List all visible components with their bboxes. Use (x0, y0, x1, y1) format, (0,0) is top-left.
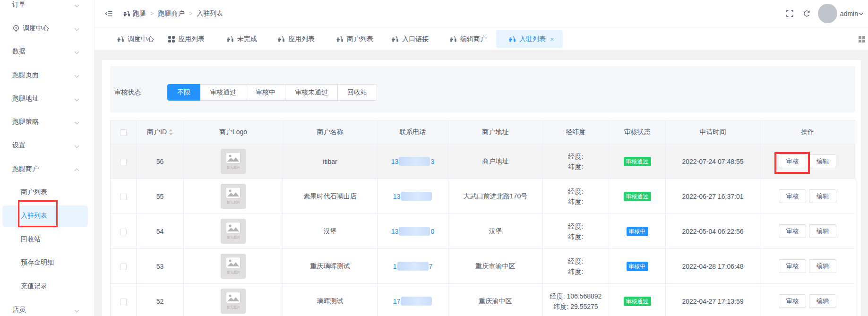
sidebar-item-label: 跑腿页面 (12, 71, 39, 79)
sidebar-item-label: 调度中心 (23, 24, 49, 33)
action-编辑-button[interactable]: 编辑 (809, 224, 836, 238)
sidebar-item-跑腿策略[interactable]: 跑腿策略 (0, 110, 94, 134)
sidebar-item-跑腿商户[interactable]: 跑腿商户 (0, 157, 94, 181)
row-checkbox[interactable] (120, 159, 127, 165)
sidebar-item-回收站[interactable]: 回收站 (0, 228, 94, 251)
breadcrumb-item[interactable]: 入驻列表 (197, 9, 223, 18)
sidebar-item-跑腿地址[interactable]: 跑腿地址 (0, 87, 94, 111)
action-编辑-button[interactable]: 编辑 (809, 294, 836, 308)
latitude-line: 纬度: (543, 196, 609, 207)
logo-placeholder: 暂无图片 (221, 149, 246, 174)
cell-merchant-name: 重庆璃晖测试 (283, 249, 378, 284)
phone-link[interactable]: 17 (393, 263, 433, 270)
tab-调度中心[interactable]: 调度中心 (117, 30, 154, 48)
avatar[interactable] (818, 4, 837, 23)
chevron-up-icon (75, 168, 79, 173)
no-image-icon (226, 292, 241, 303)
sidebar-item-预存金明细[interactable]: 预存金明细 (0, 251, 94, 275)
topbar: 跑腿>跑腿商户>入驻列表 admin (95, 0, 868, 27)
select-all-checkbox[interactable] (120, 129, 127, 136)
sidebar-item-label: 数据 (12, 47, 26, 56)
filter-option-审核未通过[interactable]: 审核未通过 (285, 84, 338, 101)
tab-编辑商户[interactable]: 编辑商户 (450, 30, 487, 48)
action-审核-button[interactable]: 审核 (779, 189, 806, 203)
tab-入驻列表[interactable]: 入驻列表× (496, 30, 563, 48)
row-checkbox-cell (111, 144, 137, 179)
column-header-商户ID[interactable]: 商户ID (137, 120, 184, 144)
tabs-container: 调度中心应用列表未完成应用列表商户列表入口链接编辑商户入驻列表× (117, 30, 563, 48)
sidebar-item-店员[interactable]: 店员 (0, 298, 94, 316)
status-badge: 审核通过 (624, 157, 651, 166)
filter-option-不限[interactable]: 不限 (167, 84, 200, 101)
cell-apply-time: 2022-04-28 17:06:48 (666, 249, 760, 284)
app-root: 订单调度中心数据跑腿页面跑腿地址跑腿策略设置跑腿商户商户列表入驻列表回收站预存金… (0, 0, 868, 316)
scooter-icon (509, 35, 516, 43)
tab-close-icon[interactable]: × (550, 35, 554, 43)
breadcrumb-item[interactable]: 跑腿商户 (158, 9, 185, 18)
row-checkbox[interactable] (120, 194, 127, 200)
sidebar-item-label: 跑腿地址 (12, 94, 39, 103)
breadcrumb-item[interactable]: 跑腿 (123, 9, 146, 18)
action-编辑-button[interactable]: 编辑 (809, 259, 836, 273)
user-menu-chevron-icon[interactable] (859, 12, 864, 16)
row-checkbox[interactable] (120, 299, 127, 305)
sort-icon[interactable] (169, 129, 173, 136)
phone-censor-blur (399, 157, 430, 166)
longitude-line: 经度: (543, 221, 609, 231)
action-审核-button[interactable]: 审核 (779, 294, 806, 308)
sidebar-collapse-icon[interactable] (105, 10, 113, 17)
phone-link[interactable]: 13 (393, 193, 433, 200)
username-label[interactable]: admin (840, 10, 858, 17)
cell-merchant-logo: 暂无图片 (184, 179, 283, 214)
table-row-53: 53暂无图片重庆璃晖测试17重庆市渝中区经度:纬度:审核中2022-04-28 … (111, 249, 855, 284)
sidebar-item-跑腿页面[interactable]: 跑腿页面 (0, 63, 94, 87)
chevron-down-icon (75, 120, 79, 125)
sidebar-item-label: 商户列表 (21, 188, 47, 196)
sidebar-item-调度中心[interactable]: 调度中心 (0, 17, 94, 40)
cell-status: 审核通过 (609, 284, 666, 316)
tab-label: 入驻列表 (519, 35, 546, 43)
sidebar-item-订单[interactable]: 订单 (0, 0, 94, 17)
scooter-icon (392, 35, 399, 43)
cell-status: 审核通过 (609, 144, 666, 179)
sidebar-item-label: 设置 (12, 141, 26, 150)
no-image-icon (226, 152, 241, 163)
topbar-right: admin (786, 4, 864, 23)
breadcrumb-item-label: 跑腿商户 (158, 9, 185, 18)
filter-option-审核中[interactable]: 审核中 (246, 84, 285, 101)
tab-商户列表[interactable]: 商户列表 (336, 30, 373, 48)
tab-入口链接[interactable]: 入口链接 (392, 30, 429, 48)
tab-list-grid-icon[interactable] (859, 36, 865, 43)
tab-应用列表[interactable]: 应用列表 (168, 30, 205, 48)
table-row-56: 56暂无图片itibar133商户地址经度:纬度:审核通过2022-07-24 … (111, 144, 855, 179)
chevron-down-icon (75, 144, 79, 148)
refresh-icon[interactable] (803, 10, 810, 17)
fullscreen-icon[interactable] (786, 10, 793, 17)
row-checkbox[interactable] (120, 229, 127, 235)
filter-option-回收站[interactable]: 回收站 (337, 84, 377, 101)
sidebar-item-数据[interactable]: 数据 (0, 40, 94, 63)
column-header-申请时间: 申请时间 (666, 120, 760, 144)
sidebar-item-充值记录[interactable]: 充值记录 (0, 274, 94, 298)
sidebar-item-label: 订单 (12, 0, 26, 9)
tab-未完成[interactable]: 未完成 (227, 30, 257, 48)
no-image-label: 暂无图片 (226, 200, 240, 205)
cell-coordinates: 经度:纬度: (543, 144, 609, 179)
action-审核-button[interactable]: 审核 (779, 259, 806, 273)
cell-apply-time: 2022-04-27 17:13:59 (666, 284, 760, 316)
filter-option-审核通过[interactable]: 审核通过 (200, 84, 246, 101)
action-审核-button[interactable]: 审核 (779, 224, 806, 238)
action-编辑-button[interactable]: 编辑 (809, 189, 836, 203)
sidebar-item-label: 店员 (12, 306, 26, 314)
phone-link[interactable]: 130 (391, 228, 434, 235)
cell-apply-time: 2022-07-24 07:48:55 (666, 144, 760, 179)
phone-link[interactable]: 17 (393, 298, 433, 305)
row-checkbox[interactable] (120, 264, 127, 270)
annotation-box-audit-button (774, 152, 810, 174)
header-checkbox-cell (111, 120, 137, 144)
action-编辑-button[interactable]: 编辑 (809, 154, 836, 168)
cell-address: 商户地址 (448, 144, 543, 179)
phone-link[interactable]: 133 (391, 158, 434, 165)
tab-应用列表[interactable]: 应用列表 (278, 30, 315, 48)
sidebar-item-设置[interactable]: 设置 (0, 134, 94, 157)
